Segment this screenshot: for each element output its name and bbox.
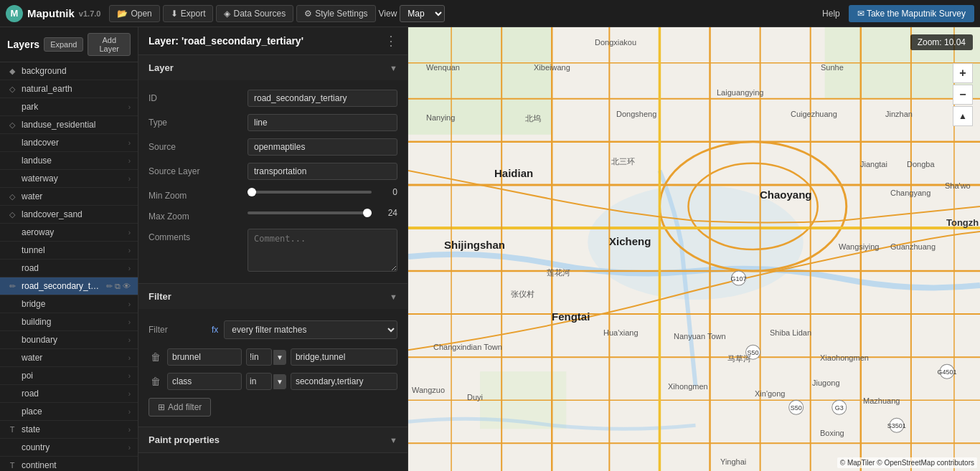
filter-section-header[interactable]: Filter ▼ xyxy=(138,284,407,309)
map-label-macaohe: 马草河 xyxy=(727,353,751,364)
filter-bar: Filter fx every filter matches any filte… xyxy=(138,315,407,345)
source-input[interactable] xyxy=(248,138,397,156)
sidebar-item-bridge[interactable]: bridge › xyxy=(0,295,138,313)
sidebar-item-aeroway[interactable]: aeroway › xyxy=(0,224,138,242)
layer-section-title: Layer xyxy=(149,62,174,73)
id-label: ID xyxy=(149,90,242,103)
filter-1-delete[interactable]: 🗑 xyxy=(149,351,163,363)
sidebar-item-country[interactable]: country › xyxy=(0,439,138,457)
layer-name: poi xyxy=(22,371,124,381)
filter-2-field[interactable] xyxy=(167,373,242,390)
map-label-xibeiwang: Xibeiwang xyxy=(534,63,570,72)
style-settings-icon: ⚙ xyxy=(304,9,312,19)
filter-2-op-wrap: ▼ xyxy=(246,373,286,390)
map-label-changyang: Changyang xyxy=(890,189,930,197)
expand-button[interactable]: Expand xyxy=(44,37,83,52)
sidebar-item-road2[interactable]: road › xyxy=(0,385,138,403)
layer-name: road xyxy=(22,263,124,273)
map-attribution: © MapTiler © OpenStreetMap contributors xyxy=(837,457,977,468)
style-settings-button[interactable]: ⚙ Style Settings xyxy=(296,5,375,22)
sidebar-item-natural_earth[interactable]: ◇ natural_earth xyxy=(0,80,138,98)
filter-2-op-arrow[interactable]: ▼ xyxy=(273,374,286,389)
filter-section-body: Filter fx every filter matches any filte… xyxy=(138,309,407,427)
panel-menu-button[interactable]: ⋮ xyxy=(385,34,397,47)
open-button[interactable]: 📂 Open xyxy=(109,5,159,22)
sidebar-item-place[interactable]: place › xyxy=(0,403,138,421)
sidebar-item-water2[interactable]: water › xyxy=(0,349,138,367)
sidebar-item-landuse[interactable]: landuse › xyxy=(0,152,138,170)
panel-header: Layer: 'road_secondary_tertiary' ⋮ xyxy=(138,27,407,55)
sidebar-item-continent[interactable]: T continent xyxy=(0,457,138,471)
data-sources-button[interactable]: ◈ Data Sources xyxy=(216,5,293,22)
id-input[interactable] xyxy=(248,90,397,107)
open-icon: 📂 xyxy=(117,9,128,19)
filter-2-delete[interactable]: 🗑 xyxy=(149,376,163,387)
max-zoom-label: Max Zoom xyxy=(149,208,242,222)
paint-section-header[interactable]: Paint properties ▼ xyxy=(138,427,407,452)
comments-textarea[interactable] xyxy=(248,229,397,272)
source-layer-input[interactable] xyxy=(248,163,397,180)
zoom-out-button[interactable]: − xyxy=(953,85,973,105)
help-button[interactable]: Help xyxy=(816,6,846,22)
map-label-xingong: Xin'gong xyxy=(755,389,785,398)
zoom-in-button[interactable]: + xyxy=(953,63,973,83)
sidebar-item-background[interactable]: ◆ background xyxy=(0,62,138,80)
view-select[interactable]: Map Split Code xyxy=(400,5,445,22)
map-label-dongxiakou: Dongxiakou xyxy=(595,38,636,47)
export-button[interactable]: ⬇ Export xyxy=(163,5,214,22)
layer-name: place xyxy=(22,406,124,417)
layer-name: water xyxy=(22,191,131,201)
layer-type-icon: ◆ xyxy=(7,67,17,76)
filter-1-op-arrow[interactable]: ▼ xyxy=(273,350,286,365)
map-label-wangzuo: Wangzuo xyxy=(412,386,445,394)
sidebar-item-state[interactable]: T state › xyxy=(0,421,138,439)
sidebar-item-road[interactable]: road › xyxy=(0,260,138,277)
layer-name: landcover xyxy=(22,138,124,148)
filter-2-value[interactable] xyxy=(291,373,397,390)
survey-button[interactable]: ✉ Take the Maputnik Survey xyxy=(849,5,974,22)
sidebar-item-waterway[interactable]: waterway › xyxy=(0,170,138,188)
max-zoom-value-wrap: 24 xyxy=(248,208,397,218)
map-label-haidian: Haidian xyxy=(494,167,533,179)
map-label-boxing: Boxing xyxy=(820,429,844,437)
map-area[interactable]: S50 S50 G107 G3 S3501 G4501 Haidian Shij… xyxy=(408,27,980,471)
sidebar-item-landuse_residential[interactable]: ◇ landuse_residential xyxy=(0,116,138,134)
map-label-nanyuan: Nanyuan Town xyxy=(674,332,726,341)
filter-match-select[interactable]: every filter matches any filter matches … xyxy=(224,320,397,339)
filter-1-field[interactable] xyxy=(167,348,242,366)
edit-icon[interactable]: ✏ xyxy=(106,282,113,291)
fx-button[interactable]: fx xyxy=(212,325,218,335)
layer-section-header[interactable]: Layer ▼ xyxy=(138,55,407,80)
source-layer-value-wrap xyxy=(248,163,397,180)
filter-2-op[interactable] xyxy=(246,373,272,390)
compass-button[interactable]: ▲ xyxy=(953,106,973,126)
layer-list: ◆ background ◇ natural_earth park › ◇ la… xyxy=(0,62,138,471)
max-zoom-slider[interactable] xyxy=(248,211,372,214)
sidebar-item-road_secondary_tertiary[interactable]: ✏ road_secondary_ter... ✏ ⧉ 👁 xyxy=(0,277,138,295)
comments-value-wrap xyxy=(248,229,397,274)
sidebar-item-water[interactable]: ◇ water xyxy=(0,188,138,206)
chevron-right-icon: › xyxy=(128,318,131,326)
add-filter-button[interactable]: ⊞ Add filter xyxy=(149,398,211,417)
svg-text:G3: G3 xyxy=(835,404,844,411)
sidebar-item-landcover_sand[interactable]: ◇ landcover_sand xyxy=(0,206,138,224)
filter-1-value[interactable] xyxy=(291,348,397,366)
sidebar-item-landcover[interactable]: landcover › xyxy=(0,134,138,152)
sidebar-item-poi[interactable]: poi › xyxy=(0,367,138,385)
layer-name: road xyxy=(22,389,124,399)
filter-row-2: 🗑 ▼ xyxy=(138,369,407,394)
layer-section-body: ID Type line Source xyxy=(138,80,407,283)
map-label-laiguangying: Laiguangying xyxy=(717,88,763,97)
add-layer-button[interactable]: Add Layer xyxy=(88,33,131,56)
sidebar-item-tunnel[interactable]: tunnel › xyxy=(0,242,138,260)
sidebar-item-park[interactable]: park › xyxy=(0,98,138,116)
copy-icon[interactable]: ⧉ xyxy=(115,282,121,291)
eye-icon[interactable]: 👁 xyxy=(123,282,131,291)
map-label-zhangyicun: 张仪村 xyxy=(511,289,534,300)
map-label-beiwu: 北坞 xyxy=(525,113,541,124)
filter-1-op[interactable] xyxy=(246,348,272,366)
sidebar-item-boundary[interactable]: boundary › xyxy=(0,331,138,349)
layer-name: continent xyxy=(22,460,131,470)
min-zoom-slider[interactable] xyxy=(248,191,372,194)
sidebar-item-building[interactable]: building › xyxy=(0,313,138,331)
